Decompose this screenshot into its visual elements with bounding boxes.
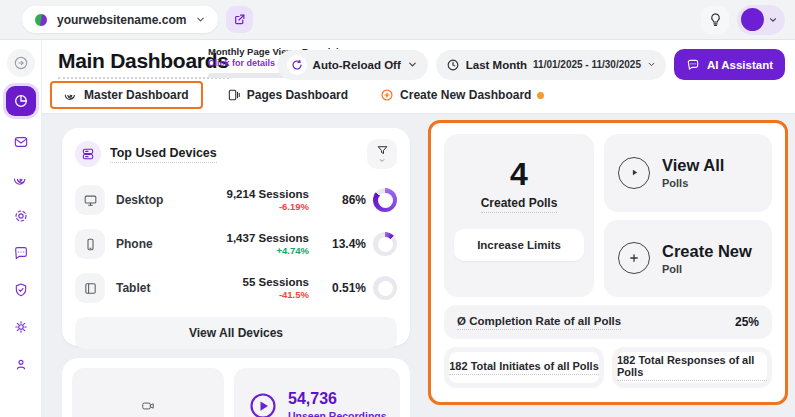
ai-assistant-label: AI Assistant	[707, 59, 773, 71]
tab-master-dashboard[interactable]: Master Dashboard	[50, 81, 203, 109]
chat-bubble-icon	[13, 245, 29, 261]
increase-limits-button[interactable]: Increase Limits	[454, 229, 584, 261]
completion-rate-row: Ø Completion Rate of all Polls 25%	[444, 305, 772, 339]
devices-icon	[75, 141, 101, 167]
donut-ring	[373, 188, 397, 212]
arrow-right-circle-icon	[13, 55, 29, 71]
sessions-delta: +4.74%	[189, 245, 309, 256]
view-all-polls-button[interactable]: View All Polls	[604, 134, 772, 212]
sidebar-item-dashboards[interactable]	[6, 86, 36, 116]
sidebar-item-heatmaps[interactable]	[7, 202, 35, 230]
sessions-value: 9,214 Sessions	[189, 188, 309, 200]
sidebar-item-recordings[interactable]	[7, 165, 35, 193]
polls-panel: 4 Created Polls Increase Limits View All…	[428, 120, 788, 405]
auto-reload-dropdown[interactable]: Auto-Reload Off	[277, 50, 428, 80]
pages-icon	[227, 88, 241, 102]
recordings-preview-tile[interactable]	[72, 368, 224, 417]
play-icon	[618, 157, 650, 189]
created-polls-card: 4 Created Polls Increase Limits	[444, 134, 594, 297]
open-site-button[interactable]	[226, 6, 253, 33]
pie-chart-icon	[13, 93, 29, 109]
play-circle-icon	[248, 391, 278, 417]
donut-ring	[373, 276, 397, 300]
share-percent: 13.4%	[332, 237, 366, 251]
share-percent: 0.51%	[332, 281, 366, 295]
chevron-down-icon	[768, 15, 778, 25]
donut-ring	[373, 232, 397, 256]
recordings-card: 54,736 Unseen Recordings	[62, 358, 410, 417]
chat-ai-icon	[686, 58, 700, 72]
sidebar-item-security[interactable]	[7, 276, 35, 304]
sidebar-item-inbox[interactable]	[7, 128, 35, 156]
period-range: 11/01/2025 - 11/30/2025	[533, 59, 641, 70]
sessions-value: 55 Sessions	[189, 276, 309, 288]
tab-label: Pages Dashboard	[247, 88, 348, 102]
filter-button[interactable]	[367, 139, 397, 169]
total-initiates-card: 182 Total Initiates of all Polls	[444, 347, 604, 388]
external-link-icon	[233, 13, 246, 26]
expand-sidebar-button[interactable]	[7, 49, 35, 77]
created-polls-label: Created Polls	[481, 196, 558, 213]
card-title: Top Used Devices	[110, 146, 217, 163]
site-name: yourwebsitename.com	[57, 13, 186, 27]
completion-rate-value: 25%	[735, 315, 759, 329]
unseen-recordings-count: 54,736	[288, 390, 387, 408]
mail-icon	[13, 134, 29, 150]
tab-pages-dashboard[interactable]: Pages Dashboard	[219, 83, 356, 107]
tablet-icon	[75, 273, 105, 303]
video-camera-icon	[140, 399, 156, 413]
sidebar	[0, 40, 42, 417]
share-percent: 86%	[342, 193, 366, 207]
person-pin-icon	[13, 356, 29, 372]
unseen-recordings-tile[interactable]: 54,736 Unseen Recordings	[234, 368, 400, 417]
lightbulb-icon	[708, 12, 723, 27]
chevron-down-icon	[195, 14, 206, 25]
plus-circle-icon	[380, 88, 394, 102]
spiral-icon	[64, 88, 78, 102]
ai-assistant-button[interactable]: AI Assistant	[674, 49, 785, 80]
site-favicon-icon	[34, 13, 48, 27]
sessions-delta: -41.5%	[189, 289, 309, 300]
total-responses-button[interactable]: 182 Total Responses of all Polls	[617, 352, 767, 383]
clock-icon	[446, 58, 460, 72]
top-used-devices-card: Top Used Devices Desktop 9,214 Sessions …	[62, 128, 410, 346]
total-responses-card: 182 Total Responses of all Polls	[612, 347, 772, 388]
completion-rate-label: Ø Completion Rate of all Polls	[457, 315, 621, 330]
dashboard-tabs: Master Dashboard Pages Dashboard Create …	[50, 81, 552, 109]
sessions-value: 1,437 Sessions	[189, 232, 309, 244]
device-row-desktop[interactable]: Desktop 9,214 Sessions -6.19% 86%	[75, 178, 397, 222]
auto-reload-label: Auto-Reload Off	[313, 59, 401, 71]
shield-check-icon	[13, 282, 29, 298]
refresh-icon	[287, 55, 307, 75]
desktop-icon	[75, 185, 105, 215]
chevron-down-icon	[378, 157, 386, 164]
notification-dot	[537, 92, 544, 99]
tab-label: Create New Dashboard	[400, 88, 531, 102]
sidebar-item-visitors[interactable]	[7, 350, 35, 378]
topbar: yourwebsitename.com	[0, 0, 795, 40]
page-header: Main Dashboards Monthly Page Views Remai…	[42, 40, 795, 114]
tab-create-new-dashboard[interactable]: Create New Dashboard	[372, 83, 552, 107]
tips-button[interactable]	[701, 6, 729, 34]
total-initiates-button[interactable]: 182 Total Initiates of all Polls	[449, 352, 599, 383]
period-label: Last Month	[466, 59, 527, 71]
avatar	[741, 8, 764, 31]
tab-label: Master Dashboard	[84, 88, 189, 102]
sessions-delta: -6.19%	[189, 201, 309, 212]
sidebar-item-feedback[interactable]	[7, 239, 35, 267]
main-content: Top Used Devices Desktop 9,214 Sessions …	[42, 114, 795, 417]
funnel-icon	[376, 144, 389, 157]
device-row-tablet[interactable]: Tablet 55 Sessions -41.5% 0.51%	[75, 266, 397, 310]
created-polls-value: 4	[510, 158, 528, 190]
view-all-devices-button[interactable]: View All Devices	[75, 317, 397, 349]
spiral-icon	[13, 171, 29, 187]
device-row-phone[interactable]: Phone 1,437 Sessions +4.74% 13.4%	[75, 222, 397, 266]
target-icon	[13, 208, 29, 224]
account-menu[interactable]	[737, 5, 785, 35]
date-range-picker[interactable]: Last Month 11/01/2025 - 11/30/2025	[436, 50, 666, 80]
chevron-down-icon	[407, 59, 418, 70]
gear-icon	[13, 319, 29, 335]
sidebar-item-settings[interactable]	[7, 313, 35, 341]
create-new-poll-button[interactable]: Create New Poll	[604, 220, 772, 298]
site-selector[interactable]: yourwebsitename.com	[22, 6, 218, 33]
